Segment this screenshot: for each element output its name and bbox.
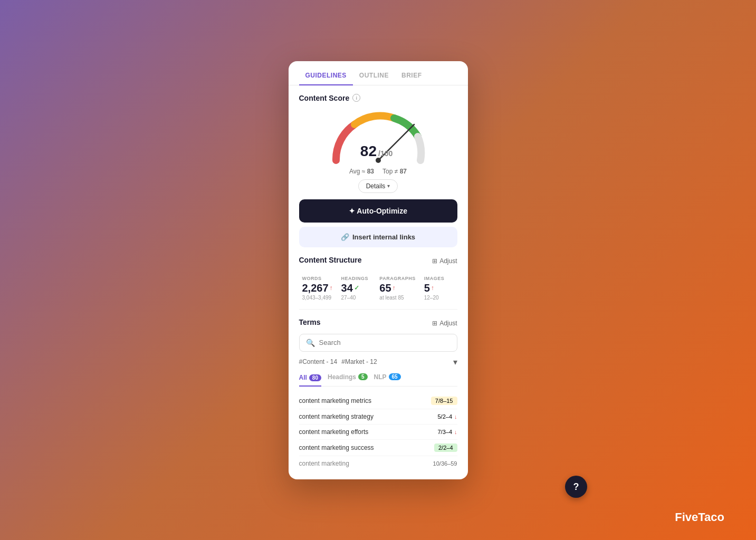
terms-header: Terms ⊞ Adjust bbox=[299, 318, 457, 329]
filter-row: #Content - 14 #Market - 12 ▾ bbox=[299, 357, 457, 367]
strategy-down-icon: ↓ bbox=[454, 413, 457, 420]
chevron-down-icon: ▾ bbox=[387, 183, 390, 189]
avg-stat: Avg ≈ 83 bbox=[349, 168, 374, 175]
images-up-icon: ↑ bbox=[431, 284, 434, 292]
term-item-success[interactable]: content marketing success 2/2–4 bbox=[299, 440, 457, 456]
term-item-metrics[interactable]: content marketing metrics 7/8–15 bbox=[299, 393, 457, 409]
insert-links-button[interactable]: 🔗 Insert internal links bbox=[299, 227, 457, 247]
terms-adjust-label: Adjust bbox=[439, 320, 457, 327]
gauge-stats: Avg ≈ 83 Top ≠ 87 bbox=[349, 168, 407, 175]
term-name-metrics: content marketing metrics bbox=[299, 397, 371, 404]
terms-label: Terms bbox=[299, 318, 321, 326]
tab-outline[interactable]: OUTLINE bbox=[353, 65, 395, 85]
search-box[interactable]: 🔍 bbox=[299, 334, 457, 352]
content-score-label: Content Score bbox=[299, 94, 350, 102]
terms-tabs: All 80 Headings 5 NLP 65 bbox=[299, 372, 457, 387]
all-badge: 80 bbox=[309, 374, 321, 381]
words-range: 3,043–3,499 bbox=[302, 295, 332, 301]
terms-tab-nlp[interactable]: NLP 65 bbox=[374, 372, 401, 382]
gauge-container: 82 /100 Avg ≈ 83 Top ≠ 87 Details ▾ bbox=[299, 108, 457, 193]
gauge-svg: 82 /100 bbox=[326, 108, 431, 166]
details-button[interactable]: Details ▾ bbox=[358, 179, 398, 193]
headings-value: 34 ✓ bbox=[341, 282, 359, 294]
term-range-success: 2/2–4 bbox=[434, 443, 457, 452]
content-structure-adjust[interactable]: ⊞ Adjust bbox=[432, 257, 457, 265]
adjust-label: Adjust bbox=[439, 257, 457, 265]
divider-1 bbox=[299, 309, 457, 310]
term-item-strategy[interactable]: content marketing strategy 5/2–4 ↓ bbox=[299, 409, 457, 425]
paragraphs-label: PARAGRAPHS bbox=[379, 276, 415, 281]
terms-adjust-icon: ⊞ bbox=[432, 320, 437, 327]
tab-bar: GUIDELINES OUTLINE BRIEF bbox=[289, 65, 468, 85]
tab-brief[interactable]: BRIEF bbox=[395, 65, 428, 85]
svg-text:/100: /100 bbox=[378, 149, 393, 158]
adjust-icon: ⊞ bbox=[432, 257, 437, 265]
words-value: 2,267 ↑ bbox=[302, 282, 333, 294]
filter-market[interactable]: #Market - 12 bbox=[341, 358, 377, 365]
headings-check-icon: ✓ bbox=[354, 284, 359, 292]
struct-images: IMAGES 5 ↑ 12–20 bbox=[421, 272, 457, 305]
term-range-cm: 10/36–59 bbox=[433, 460, 457, 467]
paragraphs-value: 65 ↑ bbox=[379, 282, 395, 294]
struct-paragraphs: PARAGRAPHS 65 ↑ at least 85 bbox=[376, 272, 418, 305]
headings-label: HEADINGS bbox=[341, 276, 369, 281]
paragraphs-up-icon: ↑ bbox=[393, 284, 396, 292]
terms-tab-all[interactable]: All 80 bbox=[299, 372, 321, 387]
fivetaco-logo: FiveTaco bbox=[675, 510, 724, 524]
images-value: 5 ↑ bbox=[424, 282, 434, 294]
images-range: 12–20 bbox=[424, 295, 439, 301]
svg-text:82: 82 bbox=[360, 143, 376, 159]
tab-guidelines[interactable]: GUIDELINES bbox=[299, 65, 353, 85]
images-label: IMAGES bbox=[424, 276, 445, 281]
scroll-area: Content Score i 82 /100 bbox=[289, 85, 468, 479]
search-icon: 🔍 bbox=[306, 339, 315, 347]
content-structure-header: Content Structure ⊞ Adjust bbox=[299, 256, 457, 266]
headings-badge: 5 bbox=[358, 373, 368, 380]
paragraphs-range: at least 85 bbox=[379, 295, 404, 301]
details-label: Details bbox=[366, 182, 386, 190]
words-up-icon: ↑ bbox=[330, 284, 333, 292]
terms-tab-headings[interactable]: Headings 5 bbox=[328, 372, 368, 382]
headings-range: 27–40 bbox=[341, 295, 356, 301]
info-icon[interactable]: i bbox=[352, 94, 360, 102]
auto-optimize-button[interactable]: ✦ Auto-Optimize bbox=[299, 199, 457, 223]
term-range-metrics: 7/8–15 bbox=[431, 397, 457, 405]
main-card: GUIDELINES OUTLINE BRIEF Content Score i bbox=[289, 61, 468, 479]
search-input[interactable] bbox=[319, 339, 451, 346]
words-label: WORDS bbox=[302, 276, 322, 281]
top-stat: Top ≠ 87 bbox=[382, 168, 407, 175]
term-name-success: content marketing success bbox=[299, 444, 374, 451]
content-structure-label: Content Structure bbox=[299, 256, 362, 264]
filter-chevron-icon[interactable]: ▾ bbox=[453, 357, 457, 367]
term-name-strategy: content marketing strategy bbox=[299, 413, 374, 420]
term-range-efforts: 7/3–4 ↓ bbox=[437, 429, 457, 435]
term-range-strategy: 5/2–4 ↓ bbox=[437, 413, 457, 420]
insert-links-label: Insert internal links bbox=[352, 233, 415, 241]
struct-words: WORDS 2,267 ↑ 3,043–3,499 bbox=[299, 272, 336, 305]
link-icon: 🔗 bbox=[341, 233, 349, 241]
term-name-cm: content marketing bbox=[299, 460, 349, 467]
content-score-section: Content Score i bbox=[299, 94, 457, 102]
help-button[interactable]: ? bbox=[565, 476, 587, 498]
filter-content[interactable]: #Content - 14 bbox=[299, 358, 338, 365]
term-item-content-marketing[interactable]: content marketing 10/36–59 bbox=[299, 456, 457, 471]
nlp-badge: 65 bbox=[389, 373, 401, 380]
struct-headings: HEADINGS 34 ✓ 27–40 bbox=[338, 272, 375, 305]
efforts-down-icon: ↓ bbox=[454, 429, 457, 435]
term-item-efforts[interactable]: content marketing efforts 7/3–4 ↓ bbox=[299, 425, 457, 440]
structure-grid: WORDS 2,267 ↑ 3,043–3,499 HEADINGS 34 ✓ … bbox=[299, 272, 457, 305]
term-name-efforts: content marketing efforts bbox=[299, 428, 369, 436]
terms-adjust[interactable]: ⊞ Adjust bbox=[432, 320, 457, 327]
filter-tags: #Content - 14 #Market - 12 bbox=[299, 358, 377, 365]
